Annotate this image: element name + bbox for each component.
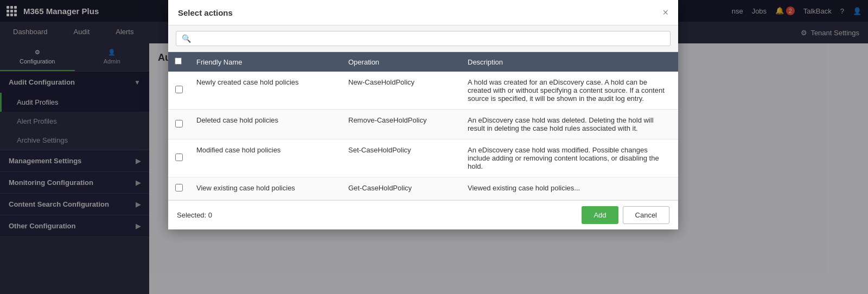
row-checkbox-0[interactable]	[175, 86, 183, 93]
row-description: An eDiscovery case hold was deleted. Del…	[461, 110, 678, 139]
row-checkbox-1[interactable]	[175, 120, 183, 127]
row-checkbox-3[interactable]	[175, 184, 183, 191]
row-operation: New-CaseHoldPolicy	[342, 72, 461, 110]
row-friendly-name: View existing case hold policies	[190, 177, 342, 200]
row-checkbox-cell	[168, 110, 190, 139]
row-friendly-name: Modified case hold policies	[190, 139, 342, 177]
row-friendly-name: Newly created case hold policies	[190, 72, 342, 110]
col-operation: Operation	[342, 52, 461, 72]
selected-number: 0	[208, 211, 212, 219]
footer-buttons: Add Cancel	[582, 206, 669, 224]
row-checkbox-2[interactable]	[175, 154, 183, 161]
selected-label: Selected:	[177, 211, 206, 219]
table-row: Modified case hold policies Set-CaseHold…	[168, 139, 678, 177]
modal-table-wrap: Friendly Name Operation Description Newl…	[168, 52, 678, 200]
row-description: Viewed existing case hold policies...	[461, 177, 678, 200]
col-friendly-name: Friendly Name	[190, 52, 342, 72]
search-icon: 🔍	[182, 34, 191, 43]
modal-close-button[interactable]: ×	[662, 8, 668, 17]
search-input-wrap: 🔍	[176, 31, 671, 46]
modal-title: Select actions	[178, 8, 233, 17]
col-checkbox	[168, 52, 190, 72]
actions-table: Friendly Name Operation Description Newl…	[168, 52, 678, 200]
row-checkbox-cell	[168, 177, 190, 200]
modal-header: Select actions ×	[168, 0, 678, 25]
row-friendly-name: Deleted case hold policies	[190, 110, 342, 139]
row-checkbox-cell	[168, 139, 190, 177]
row-operation: Get-CaseHoldPolicy	[342, 177, 461, 200]
modal-footer: Selected: 0 Add Cancel	[168, 200, 678, 229]
modal-search-bar: 🔍	[168, 25, 678, 52]
row-checkbox-cell	[168, 72, 190, 110]
cancel-button[interactable]: Cancel	[623, 206, 669, 224]
search-input[interactable]	[194, 35, 665, 43]
row-operation: Remove-CaseHoldPolicy	[342, 110, 461, 139]
row-operation: Set-CaseHoldPolicy	[342, 139, 461, 177]
table-row: Newly created case hold policies New-Cas…	[168, 72, 678, 110]
table-row: Deleted case hold policies Remove-CaseHo…	[168, 110, 678, 139]
select-all-checkbox[interactable]	[175, 57, 182, 65]
col-description: Description	[461, 52, 678, 72]
table-header-row: Friendly Name Operation Description	[168, 52, 678, 72]
add-button[interactable]: Add	[582, 206, 618, 224]
row-description: A hold was created for an eDiscovery cas…	[461, 72, 678, 110]
row-description: An eDiscovery case hold was modified. Po…	[461, 139, 678, 177]
modal-select-actions: Select actions × 🔍 Friendly Name Operati…	[168, 0, 678, 229]
selected-count: Selected: 0	[177, 211, 212, 219]
table-row: View existing case hold policies Get-Cas…	[168, 177, 678, 200]
